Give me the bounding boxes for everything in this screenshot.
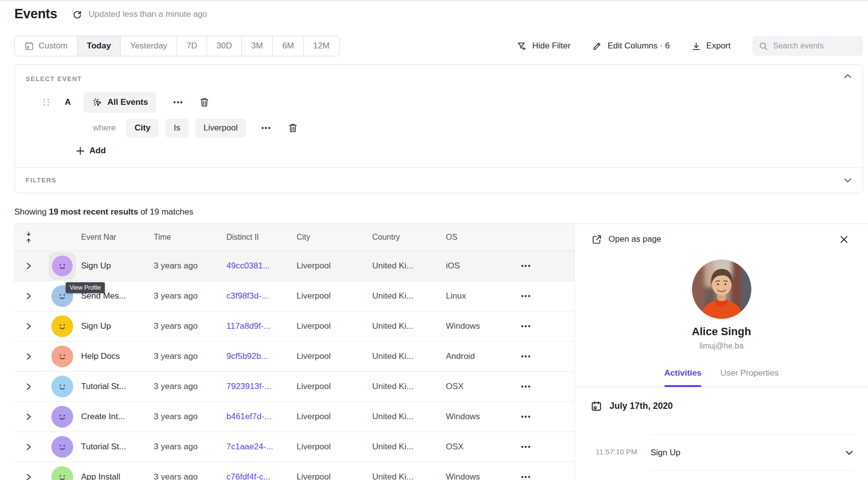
profile-name: Alice Singh xyxy=(575,325,868,338)
row-more-button[interactable]: ••• xyxy=(505,443,547,451)
row-expander-chevron[interactable] xyxy=(14,292,43,300)
table-row[interactable]: Tutorial St... 3 years ago 7923913f-... … xyxy=(14,372,574,402)
filter-value-chip[interactable]: Liverpool xyxy=(195,119,246,137)
drag-handle-icon[interactable] xyxy=(43,99,50,106)
row-expander-chevron[interactable] xyxy=(14,383,43,391)
event-city: Liverpool xyxy=(297,472,372,480)
event-selector-button[interactable]: All Events xyxy=(84,92,156,113)
table-row[interactable]: Sign Up 3 years ago 49cc0381... Liverpoo… xyxy=(14,251,574,281)
tab-activities[interactable]: Activities xyxy=(664,368,702,378)
column-header-city[interactable]: City xyxy=(297,233,372,242)
row-more-button[interactable]: ••• xyxy=(505,383,547,391)
table-row[interactable]: Sign Up 3 years ago 117a8d9f-... Liverpo… xyxy=(14,311,574,342)
close-icon[interactable] xyxy=(840,235,848,244)
event-time: 3 years ago xyxy=(154,472,226,480)
activity-event-row[interactable]: Sign Up xyxy=(651,435,853,471)
row-more-button[interactable]: ••• xyxy=(505,262,547,270)
hide-filter-button[interactable]: Hide Filter xyxy=(517,41,570,51)
row-expander-chevron[interactable] xyxy=(14,443,43,451)
event-more-button[interactable]: ••• xyxy=(173,98,183,106)
event-os: Windows xyxy=(446,412,505,422)
edit-columns-button[interactable]: Edit Columns · 6 xyxy=(592,41,670,51)
distinct-id-link[interactable]: b461ef7d-... xyxy=(226,412,297,422)
activity-event-name: Sign Up xyxy=(651,448,680,458)
table-row[interactable]: Help Docs 3 years ago 9cf5b92b... Liverp… xyxy=(14,342,574,372)
row-expander-chevron[interactable] xyxy=(14,262,43,270)
filter-operator-chip[interactable]: Is xyxy=(165,119,188,137)
date-range-3m[interactable]: 3M xyxy=(241,36,272,56)
chevron-down-icon xyxy=(845,450,853,455)
filters-section[interactable]: FILTERS xyxy=(15,167,863,193)
user-avatar[interactable] xyxy=(51,315,73,337)
event-country: United Ki... xyxy=(372,412,446,422)
refresh-icon[interactable] xyxy=(72,9,82,19)
event-city: Liverpool xyxy=(297,261,372,271)
distinct-id-link[interactable]: 7c1aae24-... xyxy=(226,442,297,452)
date-range-yesterday[interactable]: Yesterday xyxy=(120,36,176,56)
row-more-button[interactable]: ••• xyxy=(505,473,547,480)
date-range-6m[interactable]: 6M xyxy=(272,36,304,56)
query-builder-card: SELECT EVENT A All Events ••• where City xyxy=(14,64,863,193)
event-country: United Ki... xyxy=(372,382,446,392)
add-event-button[interactable]: Add xyxy=(76,146,852,156)
event-row-letter: A xyxy=(65,97,71,107)
event-time: 3 years ago xyxy=(154,321,226,331)
table-row[interactable]: Create Int... 3 years ago b461ef7d-... L… xyxy=(14,402,574,432)
row-more-button[interactable]: ••• xyxy=(505,352,547,360)
distinct-id-link[interactable]: 9cf5b92b... xyxy=(226,351,297,361)
event-city: Liverpool xyxy=(297,442,372,452)
event-city: Liverpool xyxy=(297,412,372,422)
column-header-event[interactable]: Event Nar xyxy=(81,233,154,242)
search-input[interactable] xyxy=(773,42,868,50)
row-more-button[interactable]: ••• xyxy=(505,413,547,421)
user-avatar[interactable] xyxy=(52,256,73,276)
filter-more-button[interactable]: ••• xyxy=(261,124,272,132)
collapse-section-button[interactable] xyxy=(844,74,852,79)
date-range-30d[interactable]: 30D xyxy=(207,36,241,56)
user-avatar[interactable] xyxy=(51,466,73,480)
column-header-country[interactable]: Country xyxy=(372,233,446,242)
search-events-box[interactable] xyxy=(752,36,863,56)
distinct-id-link[interactable]: c76fdf4f-c... xyxy=(226,472,297,480)
row-more-button[interactable]: ••• xyxy=(505,322,547,330)
date-range-today[interactable]: Today xyxy=(77,36,121,56)
profile-tabs: Activities User Properties xyxy=(575,368,868,387)
export-button[interactable]: Export xyxy=(692,41,731,51)
date-range-custom[interactable]: Custom xyxy=(15,36,77,56)
user-avatar[interactable] xyxy=(51,436,73,458)
plus-icon xyxy=(76,147,85,155)
distinct-id-link[interactable]: 49cc0381... xyxy=(226,261,297,271)
table-header-row: Event Nar Time Distinct II City Country … xyxy=(14,223,574,251)
row-expander-chevron[interactable] xyxy=(14,473,43,480)
collapse-all-rows-icon[interactable] xyxy=(14,231,43,243)
top-divider xyxy=(0,0,868,1)
user-avatar[interactable] xyxy=(51,406,73,428)
tab-user-properties[interactable]: User Properties xyxy=(720,368,779,378)
row-expander-chevron[interactable] xyxy=(14,352,43,360)
user-avatar[interactable] xyxy=(51,376,73,397)
column-header-distinct-id[interactable]: Distinct II xyxy=(226,233,297,242)
row-expander-chevron[interactable] xyxy=(14,322,43,330)
row-expander-chevron[interactable] xyxy=(14,413,43,421)
table-row[interactable]: App Install 3 years ago c76fdf4f-c... Li… xyxy=(14,462,574,480)
date-range-7d[interactable]: 7D xyxy=(176,36,207,56)
column-header-time[interactable]: Time xyxy=(154,233,226,242)
user-avatar[interactable] xyxy=(51,346,73,367)
activity-date: July 17th, 2020 xyxy=(609,401,673,411)
profile-photo[interactable] xyxy=(692,260,751,319)
distinct-id-link[interactable]: 7923913f-... xyxy=(226,382,297,392)
event-time: 3 years ago xyxy=(154,382,226,392)
distinct-id-link[interactable]: 117a8d9f-... xyxy=(226,321,297,331)
delete-filter-icon[interactable] xyxy=(288,123,298,133)
event-name: Tutorial St... xyxy=(81,382,154,392)
filter-property-chip[interactable]: City xyxy=(126,119,159,137)
event-city: Liverpool xyxy=(297,291,372,301)
date-range-12m[interactable]: 12M xyxy=(304,36,339,56)
distinct-id-link[interactable]: c3f98f3d-... xyxy=(226,291,297,301)
column-header-os[interactable]: OS xyxy=(446,233,505,242)
table-row[interactable]: Tutorial St... 3 years ago 7c1aae24-... … xyxy=(14,432,574,462)
row-more-button[interactable]: ••• xyxy=(505,292,547,300)
event-country: United Ki... xyxy=(372,321,446,331)
open-as-page-button[interactable]: Open as page xyxy=(592,234,661,245)
delete-event-icon[interactable] xyxy=(199,97,210,108)
